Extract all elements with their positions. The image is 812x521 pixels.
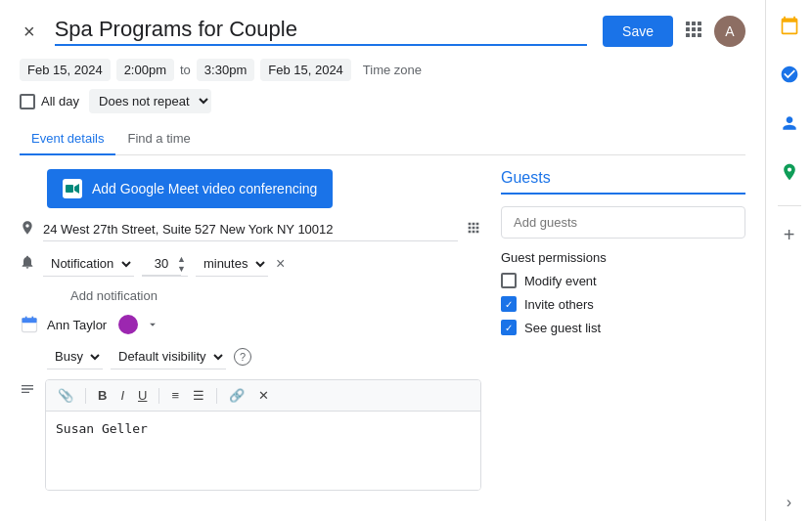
location-input[interactable] [43, 218, 458, 241]
description-toolbar: 📎 B I U ≡ ☰ 🔗 ✕ [46, 380, 480, 412]
modify-event-checkbox[interactable] [501, 273, 517, 288]
all-day-checkbox[interactable]: All day [20, 94, 79, 109]
location-icon [20, 220, 35, 239]
notification-stepper[interactable]: ▲ ▼ [175, 254, 188, 274]
svg-rect-3 [686, 27, 690, 31]
remove-format-button[interactable]: ✕ [254, 386, 273, 405]
see-guest-list-checkbox[interactable] [501, 320, 517, 335]
all-day-label: All day [41, 94, 79, 109]
all-day-checkbox-box [20, 94, 35, 109]
svg-rect-8 [698, 33, 701, 37]
meet-button-label: Add Google Meet video conferencing [92, 181, 317, 196]
to-label: to [180, 63, 191, 77]
sidebar-tasks-icon[interactable] [774, 59, 805, 90]
close-button[interactable]: × [20, 17, 39, 47]
attach-button[interactable]: 📎 [54, 386, 77, 405]
notif-up-button[interactable]: ▲ [175, 254, 188, 264]
invite-others-label: Invite others [524, 297, 594, 312]
help-icon[interactable]: ? [234, 348, 251, 366]
sidebar-divider [778, 205, 801, 206]
description-icon [20, 381, 35, 401]
notification-icon [20, 254, 35, 274]
underline-button[interactable]: U [134, 386, 151, 405]
italic-button[interactable]: I [116, 386, 128, 405]
svg-rect-2 [698, 22, 701, 25]
svg-rect-0 [686, 22, 690, 25]
add-guests-input[interactable] [501, 206, 745, 239]
see-guest-list-label: See guest list [524, 321, 601, 335]
add-notification-button[interactable]: Add notification [67, 286, 161, 305]
svg-rect-6 [686, 33, 690, 37]
svg-marker-10 [74, 184, 79, 194]
repeat-select[interactable]: Does not repeat [89, 89, 211, 113]
calendar-dropdown-icon[interactable] [146, 318, 159, 331]
unordered-list-button[interactable]: ☰ [189, 386, 208, 405]
svg-rect-1 [692, 22, 696, 25]
sidebar-plus-button[interactable]: + [784, 224, 795, 246]
modify-event-label: Modify event [524, 274, 597, 288]
tab-event-details[interactable]: Event details [20, 123, 115, 155]
right-sidebar: + › [765, 0, 812, 521]
visibility-select[interactable]: Default visibility [111, 344, 226, 369]
apps-icon[interactable] [685, 21, 702, 43]
remove-notification-button[interactable]: × [276, 255, 285, 273]
timezone-button[interactable]: Time zone [357, 59, 428, 81]
guests-title: Guests [501, 169, 745, 195]
svg-rect-5 [698, 27, 701, 31]
start-time-button[interactable]: 2:00pm [116, 59, 174, 81]
sidebar-maps-icon[interactable] [774, 156, 805, 188]
user-avatar[interactable]: A [714, 16, 745, 47]
meet-icon [63, 179, 82, 198]
bold-button[interactable]: B [94, 386, 111, 405]
notification-unit-select[interactable]: minutes [196, 251, 268, 277]
add-meet-button[interactable]: Add Google Meet video conferencing [47, 169, 333, 208]
ordered-list-button[interactable]: ≡ [167, 386, 183, 405]
user-color-circle [118, 315, 138, 334]
status-select[interactable]: Busy [47, 344, 103, 369]
permission-see-guest-list[interactable]: See guest list [501, 320, 745, 335]
svg-rect-4 [692, 27, 696, 31]
svg-rect-12 [23, 318, 37, 323]
permission-invite-others[interactable]: Invite others [501, 296, 745, 312]
sidebar-chevron-button[interactable]: › [787, 494, 791, 511]
svg-rect-7 [692, 33, 696, 37]
link-button[interactable]: 🔗 [225, 386, 248, 405]
save-button[interactable]: Save [603, 16, 673, 47]
notification-type-select[interactable]: Notification [43, 251, 134, 277]
end-time-button[interactable]: 3:30pm [197, 59, 254, 81]
calendar-icon [20, 315, 39, 334]
event-title-input[interactable] [55, 17, 587, 46]
sidebar-people-icon[interactable] [774, 108, 805, 139]
sidebar-calendar-icon[interactable] [774, 10, 805, 41]
permission-modify-event[interactable]: Modify event [501, 273, 745, 288]
calendar-user-name: Ann Taylor [47, 318, 107, 332]
start-date-button[interactable]: Feb 15, 2024 [20, 59, 111, 81]
notif-down-button[interactable]: ▼ [175, 264, 188, 274]
tab-find-time[interactable]: Find a time [115, 123, 202, 155]
description-textarea[interactable]: Susan Geller [46, 412, 480, 490]
invite-others-checkbox[interactable] [501, 296, 517, 312]
guest-permissions-title: Guest permissions [501, 250, 745, 265]
end-date-button[interactable]: Feb 15, 2024 [260, 59, 351, 81]
svg-rect-9 [66, 185, 73, 193]
expand-location-icon[interactable] [466, 220, 481, 239]
tabs-bar: Event details Find a time [20, 123, 745, 155]
